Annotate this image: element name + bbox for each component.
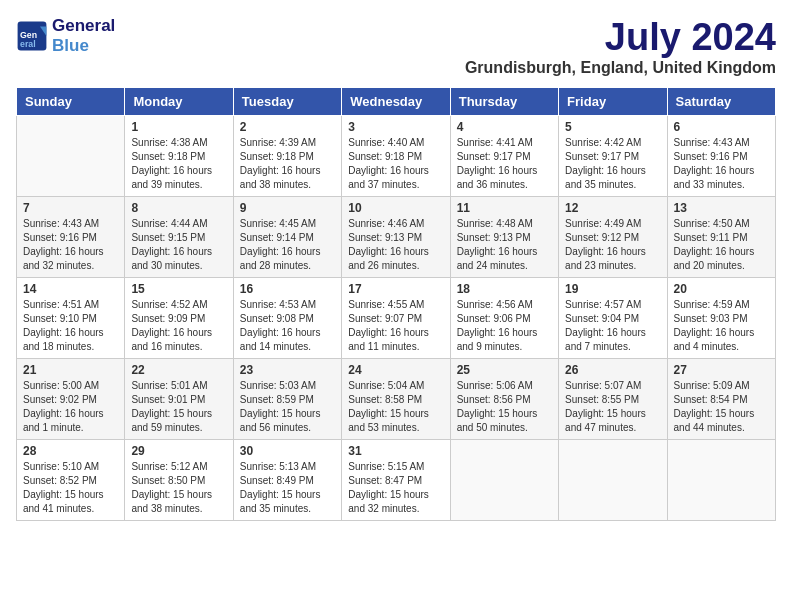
cell-info: Sunrise: 5:00 AMSunset: 9:02 PMDaylight:… bbox=[23, 379, 118, 435]
sunset-text: Sunset: 9:12 PM bbox=[565, 232, 639, 243]
daylight-text: Daylight: 16 hours and 1 minute. bbox=[23, 408, 104, 433]
calendar-cell bbox=[667, 440, 775, 521]
svg-text:Gen: Gen bbox=[20, 30, 37, 40]
cell-info: Sunrise: 5:06 AMSunset: 8:56 PMDaylight:… bbox=[457, 379, 552, 435]
calendar-cell: 15Sunrise: 4:52 AMSunset: 9:09 PMDayligh… bbox=[125, 278, 233, 359]
sunrise-text: Sunrise: 4:51 AM bbox=[23, 299, 99, 310]
cell-info: Sunrise: 5:10 AMSunset: 8:52 PMDaylight:… bbox=[23, 460, 118, 516]
sunrise-text: Sunrise: 5:01 AM bbox=[131, 380, 207, 391]
sunrise-text: Sunrise: 4:43 AM bbox=[674, 137, 750, 148]
day-number: 12 bbox=[565, 201, 660, 215]
daylight-text: Daylight: 15 hours and 53 minutes. bbox=[348, 408, 429, 433]
calendar-cell: 10Sunrise: 4:46 AMSunset: 9:13 PMDayligh… bbox=[342, 197, 450, 278]
sunset-text: Sunset: 9:18 PM bbox=[348, 151, 422, 162]
calendar-cell: 14Sunrise: 4:51 AMSunset: 9:10 PMDayligh… bbox=[17, 278, 125, 359]
cell-info: Sunrise: 4:42 AMSunset: 9:17 PMDaylight:… bbox=[565, 136, 660, 192]
sunrise-text: Sunrise: 4:59 AM bbox=[674, 299, 750, 310]
sunset-text: Sunset: 8:55 PM bbox=[565, 394, 639, 405]
sunrise-text: Sunrise: 5:00 AM bbox=[23, 380, 99, 391]
daylight-text: Daylight: 16 hours and 4 minutes. bbox=[674, 327, 755, 352]
calendar-cell: 22Sunrise: 5:01 AMSunset: 9:01 PMDayligh… bbox=[125, 359, 233, 440]
calendar-cell: 12Sunrise: 4:49 AMSunset: 9:12 PMDayligh… bbox=[559, 197, 667, 278]
day-number: 7 bbox=[23, 201, 118, 215]
day-number: 3 bbox=[348, 120, 443, 134]
sunrise-text: Sunrise: 4:56 AM bbox=[457, 299, 533, 310]
logo: Gen eral General Blue bbox=[16, 16, 115, 56]
day-number: 31 bbox=[348, 444, 443, 458]
daylight-text: Daylight: 15 hours and 56 minutes. bbox=[240, 408, 321, 433]
day-number: 17 bbox=[348, 282, 443, 296]
sunrise-text: Sunrise: 4:48 AM bbox=[457, 218, 533, 229]
calendar-cell: 18Sunrise: 4:56 AMSunset: 9:06 PMDayligh… bbox=[450, 278, 558, 359]
day-number: 30 bbox=[240, 444, 335, 458]
sunrise-text: Sunrise: 5:06 AM bbox=[457, 380, 533, 391]
logo-text: General Blue bbox=[52, 16, 115, 56]
daylight-text: Daylight: 16 hours and 39 minutes. bbox=[131, 165, 212, 190]
sunset-text: Sunset: 9:17 PM bbox=[457, 151, 531, 162]
cell-info: Sunrise: 4:56 AMSunset: 9:06 PMDaylight:… bbox=[457, 298, 552, 354]
calendar-cell: 27Sunrise: 5:09 AMSunset: 8:54 PMDayligh… bbox=[667, 359, 775, 440]
daylight-text: Daylight: 16 hours and 36 minutes. bbox=[457, 165, 538, 190]
title-area: July 2024 Grundisburgh, England, United … bbox=[465, 16, 776, 77]
day-number: 25 bbox=[457, 363, 552, 377]
cell-info: Sunrise: 5:01 AMSunset: 9:01 PMDaylight:… bbox=[131, 379, 226, 435]
sunset-text: Sunset: 9:06 PM bbox=[457, 313, 531, 324]
calendar-cell: 25Sunrise: 5:06 AMSunset: 8:56 PMDayligh… bbox=[450, 359, 558, 440]
day-number: 2 bbox=[240, 120, 335, 134]
calendar-cell: 16Sunrise: 4:53 AMSunset: 9:08 PMDayligh… bbox=[233, 278, 341, 359]
sunset-text: Sunset: 8:52 PM bbox=[23, 475, 97, 486]
day-number: 19 bbox=[565, 282, 660, 296]
day-number: 29 bbox=[131, 444, 226, 458]
sunset-text: Sunset: 8:50 PM bbox=[131, 475, 205, 486]
month-title: July 2024 bbox=[465, 16, 776, 59]
daylight-text: Daylight: 15 hours and 41 minutes. bbox=[23, 489, 104, 514]
cell-info: Sunrise: 4:57 AMSunset: 9:04 PMDaylight:… bbox=[565, 298, 660, 354]
day-number: 5 bbox=[565, 120, 660, 134]
cell-info: Sunrise: 4:44 AMSunset: 9:15 PMDaylight:… bbox=[131, 217, 226, 273]
sunset-text: Sunset: 9:16 PM bbox=[23, 232, 97, 243]
daylight-text: Daylight: 16 hours and 14 minutes. bbox=[240, 327, 321, 352]
day-number: 8 bbox=[131, 201, 226, 215]
day-number: 6 bbox=[674, 120, 769, 134]
calendar-cell bbox=[559, 440, 667, 521]
day-number: 4 bbox=[457, 120, 552, 134]
calendar-cell: 13Sunrise: 4:50 AMSunset: 9:11 PMDayligh… bbox=[667, 197, 775, 278]
day-number: 16 bbox=[240, 282, 335, 296]
cell-info: Sunrise: 5:15 AMSunset: 8:47 PMDaylight:… bbox=[348, 460, 443, 516]
sunrise-text: Sunrise: 4:39 AM bbox=[240, 137, 316, 148]
daylight-text: Daylight: 15 hours and 59 minutes. bbox=[131, 408, 212, 433]
calendar-cell bbox=[450, 440, 558, 521]
sunrise-text: Sunrise: 5:09 AM bbox=[674, 380, 750, 391]
calendar-cell: 20Sunrise: 4:59 AMSunset: 9:03 PMDayligh… bbox=[667, 278, 775, 359]
header-day-monday: Monday bbox=[125, 88, 233, 116]
calendar-cell: 11Sunrise: 4:48 AMSunset: 9:13 PMDayligh… bbox=[450, 197, 558, 278]
sunrise-text: Sunrise: 4:55 AM bbox=[348, 299, 424, 310]
sunset-text: Sunset: 9:13 PM bbox=[348, 232, 422, 243]
sunset-text: Sunset: 9:03 PM bbox=[674, 313, 748, 324]
day-number: 22 bbox=[131, 363, 226, 377]
header-day-thursday: Thursday bbox=[450, 88, 558, 116]
sunrise-text: Sunrise: 4:41 AM bbox=[457, 137, 533, 148]
sunset-text: Sunset: 9:04 PM bbox=[565, 313, 639, 324]
sunrise-text: Sunrise: 4:40 AM bbox=[348, 137, 424, 148]
calendar-cell: 1Sunrise: 4:38 AMSunset: 9:18 PMDaylight… bbox=[125, 116, 233, 197]
calendar-cell: 6Sunrise: 4:43 AMSunset: 9:16 PMDaylight… bbox=[667, 116, 775, 197]
daylight-text: Daylight: 16 hours and 35 minutes. bbox=[565, 165, 646, 190]
sunrise-text: Sunrise: 4:38 AM bbox=[131, 137, 207, 148]
header-day-friday: Friday bbox=[559, 88, 667, 116]
sunset-text: Sunset: 9:10 PM bbox=[23, 313, 97, 324]
calendar-cell: 29Sunrise: 5:12 AMSunset: 8:50 PMDayligh… bbox=[125, 440, 233, 521]
daylight-text: Daylight: 15 hours and 47 minutes. bbox=[565, 408, 646, 433]
cell-info: Sunrise: 4:51 AMSunset: 9:10 PMDaylight:… bbox=[23, 298, 118, 354]
calendar-cell: 21Sunrise: 5:00 AMSunset: 9:02 PMDayligh… bbox=[17, 359, 125, 440]
daylight-text: Daylight: 16 hours and 26 minutes. bbox=[348, 246, 429, 271]
sunrise-text: Sunrise: 4:46 AM bbox=[348, 218, 424, 229]
day-number: 21 bbox=[23, 363, 118, 377]
sunrise-text: Sunrise: 4:50 AM bbox=[674, 218, 750, 229]
cell-info: Sunrise: 4:55 AMSunset: 9:07 PMDaylight:… bbox=[348, 298, 443, 354]
sunrise-text: Sunrise: 5:10 AM bbox=[23, 461, 99, 472]
calendar-header-row: SundayMondayTuesdayWednesdayThursdayFrid… bbox=[17, 88, 776, 116]
day-number: 11 bbox=[457, 201, 552, 215]
header-day-wednesday: Wednesday bbox=[342, 88, 450, 116]
daylight-text: Daylight: 16 hours and 33 minutes. bbox=[674, 165, 755, 190]
